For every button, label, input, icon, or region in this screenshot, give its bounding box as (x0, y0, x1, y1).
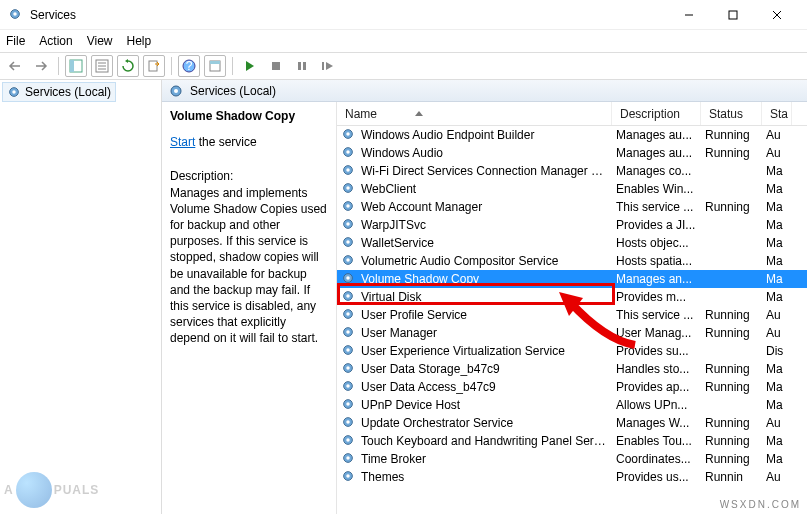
service-startup: Dis (762, 344, 792, 358)
service-name: Touch Keyboard and Handwriting Panel Ser… (357, 434, 612, 448)
svg-point-22 (12, 90, 16, 94)
column-startup[interactable]: Sta (762, 102, 792, 125)
service-row[interactable]: User Experience Virtualization ServicePr… (337, 342, 807, 360)
service-name: User Profile Service (357, 308, 612, 322)
svg-rect-20 (322, 62, 324, 70)
gear-icon (341, 451, 357, 467)
service-row[interactable]: Volumetric Audio Compositor ServiceHosts… (337, 252, 807, 270)
service-status: Running (701, 326, 762, 340)
separator (232, 57, 233, 75)
service-row[interactable]: Virtual DiskProvides m...Ma (337, 288, 807, 306)
svg-point-38 (346, 240, 350, 244)
list-wrap: Name Description Status Sta Windows Audi… (337, 102, 807, 514)
service-row[interactable]: Wi-Fi Direct Services Connection Manager… (337, 162, 807, 180)
service-startup: Au (762, 128, 792, 142)
menu-view[interactable]: View (87, 34, 113, 48)
service-row[interactable]: Update Orchestrator ServiceManages W...R… (337, 414, 807, 432)
stop-service-button[interactable] (265, 55, 287, 77)
service-row[interactable]: Time BrokerCoordinates...RunningMa (337, 450, 807, 468)
service-status: Running (701, 434, 762, 448)
gear-icon (341, 145, 357, 161)
service-row[interactable]: WarpJITSvcProvides a JI...Ma (337, 216, 807, 234)
svg-rect-16 (210, 61, 220, 64)
refresh-button[interactable] (117, 55, 139, 77)
service-startup: Ma (762, 452, 792, 466)
svg-point-1 (13, 12, 17, 16)
svg-point-46 (346, 312, 350, 316)
service-description: Manages au... (612, 128, 701, 142)
service-row[interactable]: Windows Audio Endpoint BuilderManages au… (337, 126, 807, 144)
show-hide-tree-button[interactable] (65, 55, 87, 77)
gear-icon (341, 325, 357, 341)
help-button[interactable]: ? (178, 55, 200, 77)
service-row[interactable]: User Data Access_b47c9Provides ap...Runn… (337, 378, 807, 396)
gear-icon (341, 271, 357, 287)
service-name: WalletService (357, 236, 612, 250)
svg-point-54 (346, 384, 350, 388)
service-status: Runnin (701, 470, 762, 484)
service-row[interactable]: User Profile ServiceThis service ...Runn… (337, 306, 807, 324)
service-description: Provides m... (612, 290, 701, 304)
start-link[interactable]: Start (170, 135, 195, 149)
properties-button[interactable] (204, 55, 226, 77)
gear-icon (341, 253, 357, 269)
service-status: Running (701, 362, 762, 376)
maximize-button[interactable] (711, 1, 755, 29)
menu-file[interactable]: File (6, 34, 25, 48)
tree-pane[interactable]: Services (Local) (0, 80, 162, 514)
pane-heading-text: Services (Local) (190, 84, 276, 98)
service-description: Manages W... (612, 416, 701, 430)
service-startup: Ma (762, 362, 792, 376)
service-startup: Ma (762, 164, 792, 178)
gear-icon (341, 433, 357, 449)
svg-rect-7 (70, 60, 74, 72)
menu-bar: File Action View Help (0, 30, 807, 52)
export-button[interactable] (143, 55, 165, 77)
column-description[interactable]: Description (612, 102, 701, 125)
service-name: Wi-Fi Direct Services Connection Manager… (357, 164, 612, 178)
menu-action[interactable]: Action (39, 34, 72, 48)
service-row[interactable]: User ManagerUser Manag...RunningAu (337, 324, 807, 342)
service-startup: Au (762, 326, 792, 340)
start-service-line: Start the service (170, 134, 328, 150)
service-row[interactable]: ThemesProvides us...RunninAu (337, 468, 807, 486)
pause-service-button[interactable] (291, 55, 313, 77)
column-name[interactable]: Name (337, 102, 612, 125)
details-button[interactable] (91, 55, 113, 77)
service-row[interactable]: Volume Shadow CopyManages an...Ma (337, 270, 807, 288)
close-button[interactable] (755, 1, 799, 29)
pane-heading: Services (Local) (162, 80, 807, 102)
service-row[interactable]: User Data Storage_b47c9Handles sto...Run… (337, 360, 807, 378)
service-description: Provides ap... (612, 380, 701, 394)
svg-point-40 (346, 258, 350, 262)
gear-icon (341, 415, 357, 431)
service-row[interactable]: WalletServiceHosts objec...Ma (337, 234, 807, 252)
column-status[interactable]: Status (701, 102, 762, 125)
service-name: Volumetric Audio Compositor Service (357, 254, 612, 268)
menu-help[interactable]: Help (127, 34, 152, 48)
service-row[interactable]: Windows AudioManages au...RunningAu (337, 144, 807, 162)
service-startup: Ma (762, 236, 792, 250)
svg-point-58 (346, 420, 350, 424)
detail-area: Volume Shadow Copy Start the service Des… (162, 102, 807, 514)
service-row[interactable]: Touch Keyboard and Handwriting Panel Ser… (337, 432, 807, 450)
service-row[interactable]: UPnP Device HostAllows UPn...Ma (337, 396, 807, 414)
back-button[interactable] (4, 55, 26, 77)
gear-icon (341, 127, 357, 143)
tree-node-services-local[interactable]: Services (Local) (2, 82, 116, 102)
restart-service-button[interactable] (317, 55, 339, 77)
service-name: User Data Access_b47c9 (357, 380, 612, 394)
forward-button[interactable] (30, 55, 52, 77)
service-row[interactable]: Web Account ManagerThis service ...Runni… (337, 198, 807, 216)
start-service-button[interactable] (239, 55, 261, 77)
minimize-button[interactable] (667, 1, 711, 29)
service-description: Coordinates... (612, 452, 701, 466)
svg-point-30 (346, 168, 350, 172)
service-name: Themes (357, 470, 612, 484)
service-status: Running (701, 200, 762, 214)
service-row[interactable]: WebClientEnables Win...Ma (337, 180, 807, 198)
app-icon (8, 7, 24, 23)
gear-icon (341, 217, 357, 233)
service-name: WebClient (357, 182, 612, 196)
service-list[interactable]: Windows Audio Endpoint BuilderManages au… (337, 126, 807, 514)
